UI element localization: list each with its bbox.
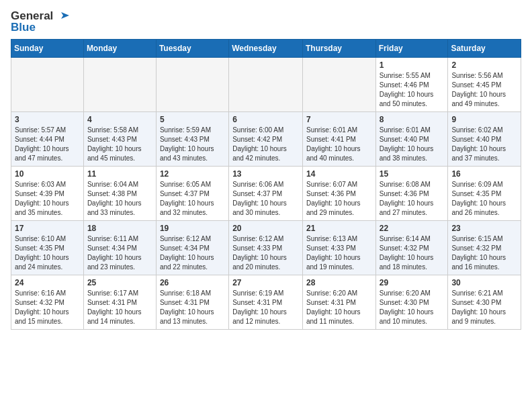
day-cell: 11Sunrise: 6:04 AM Sunset: 4:38 PM Dayli…: [83, 166, 156, 220]
day-info: Sunrise: 6:21 AM Sunset: 4:30 PM Dayligh…: [451, 289, 517, 326]
day-info: Sunrise: 6:02 AM Sunset: 4:40 PM Dayligh…: [451, 126, 517, 163]
day-info: Sunrise: 6:12 AM Sunset: 4:34 PM Dayligh…: [160, 234, 225, 272]
day-number: 10: [15, 169, 80, 179]
day-info: Sunrise: 6:20 AM Sunset: 4:31 PM Dayligh…: [306, 289, 372, 326]
day-number: 9: [451, 115, 517, 124]
calendar-body: 1Sunrise: 5:55 AM Sunset: 4:46 PM Daylig…: [11, 57, 521, 329]
day-cell: 3Sunrise: 5:57 AM Sunset: 4:44 PM Daylig…: [11, 111, 84, 166]
svg-marker-0: [61, 12, 69, 19]
day-info: Sunrise: 6:10 AM Sunset: 4:35 PM Dayligh…: [15, 234, 80, 272]
day-cell: 18Sunrise: 6:11 AM Sunset: 4:34 PM Dayli…: [83, 220, 156, 275]
day-cell: 26Sunrise: 6:18 AM Sunset: 4:31 PM Dayli…: [156, 275, 228, 329]
day-info: Sunrise: 6:07 AM Sunset: 4:36 PM Dayligh…: [306, 180, 372, 218]
weekday-header-saturday: Saturday: [448, 39, 521, 57]
weekday-header-tuesday: Tuesday: [156, 39, 228, 57]
day-info: Sunrise: 5:58 AM Sunset: 4:43 PM Dayligh…: [87, 126, 152, 163]
day-number: 22: [380, 224, 445, 233]
day-cell: 13Sunrise: 6:06 AM Sunset: 4:37 PM Dayli…: [229, 166, 303, 220]
weekday-header-row: SundayMondayTuesdayWednesdayThursdayFrid…: [11, 39, 521, 57]
day-number: 21: [306, 224, 372, 233]
day-number: 29: [380, 278, 445, 287]
day-info: Sunrise: 6:01 AM Sunset: 4:41 PM Dayligh…: [306, 126, 372, 163]
day-cell: 21Sunrise: 6:13 AM Sunset: 4:33 PM Dayli…: [302, 220, 375, 275]
week-row-5: 24Sunrise: 6:16 AM Sunset: 4:32 PM Dayli…: [11, 275, 521, 329]
day-cell: 17Sunrise: 6:10 AM Sunset: 4:35 PM Dayli…: [11, 220, 84, 275]
day-info: Sunrise: 6:16 AM Sunset: 4:32 PM Dayligh…: [15, 289, 80, 326]
day-cell: 29Sunrise: 6:20 AM Sunset: 4:30 PM Dayli…: [375, 275, 448, 329]
day-cell: [83, 57, 156, 111]
day-cell: 28Sunrise: 6:20 AM Sunset: 4:31 PM Dayli…: [302, 275, 375, 329]
day-cell: 9Sunrise: 6:02 AM Sunset: 4:40 PM Daylig…: [448, 111, 521, 166]
day-info: Sunrise: 5:57 AM Sunset: 4:44 PM Dayligh…: [15, 126, 80, 163]
day-cell: 10Sunrise: 6:03 AM Sunset: 4:39 PM Dayli…: [11, 166, 84, 220]
day-number: 23: [451, 224, 517, 233]
day-cell: 2Sunrise: 5:56 AM Sunset: 4:45 PM Daylig…: [448, 57, 521, 111]
day-info: Sunrise: 6:08 AM Sunset: 4:36 PM Dayligh…: [380, 180, 445, 218]
weekday-header-monday: Monday: [83, 39, 156, 57]
day-number: 4: [87, 115, 152, 124]
day-info: Sunrise: 5:59 AM Sunset: 4:43 PM Dayligh…: [160, 126, 225, 163]
day-cell: [11, 57, 84, 111]
day-info: Sunrise: 6:12 AM Sunset: 4:33 PM Dayligh…: [232, 234, 299, 272]
day-info: Sunrise: 6:04 AM Sunset: 4:38 PM Dayligh…: [87, 180, 152, 218]
day-number: 16: [451, 169, 517, 179]
day-info: Sunrise: 6:00 AM Sunset: 4:42 PM Dayligh…: [232, 126, 299, 163]
day-number: 28: [306, 278, 372, 287]
week-row-3: 10Sunrise: 6:03 AM Sunset: 4:39 PM Dayli…: [11, 166, 521, 220]
day-number: 18: [87, 224, 152, 233]
week-row-2: 3Sunrise: 5:57 AM Sunset: 4:44 PM Daylig…: [11, 111, 521, 166]
day-number: 12: [160, 169, 225, 179]
day-cell: 16Sunrise: 6:09 AM Sunset: 4:35 PM Dayli…: [448, 166, 521, 220]
day-number: 15: [380, 169, 445, 179]
day-cell: 24Sunrise: 6:16 AM Sunset: 4:32 PM Dayli…: [11, 275, 84, 329]
day-number: 11: [87, 169, 152, 179]
day-info: Sunrise: 5:56 AM Sunset: 4:45 PM Dayligh…: [451, 71, 517, 109]
day-number: 7: [306, 115, 372, 124]
logo: General Blue: [11, 9, 69, 35]
day-info: Sunrise: 6:01 AM Sunset: 4:40 PM Dayligh…: [380, 126, 445, 163]
day-cell: 4Sunrise: 5:58 AM Sunset: 4:43 PM Daylig…: [83, 111, 156, 166]
day-cell: [302, 57, 375, 111]
day-number: 3: [15, 115, 80, 124]
logo-bird-icon: [54, 8, 69, 23]
week-row-1: 1Sunrise: 5:55 AM Sunset: 4:46 PM Daylig…: [11, 57, 521, 111]
day-info: Sunrise: 6:14 AM Sunset: 4:32 PM Dayligh…: [380, 234, 445, 272]
day-info: Sunrise: 6:19 AM Sunset: 4:31 PM Dayligh…: [232, 289, 299, 326]
day-cell: 22Sunrise: 6:14 AM Sunset: 4:32 PM Dayli…: [375, 220, 448, 275]
day-number: 24: [15, 278, 80, 287]
day-number: 2: [451, 60, 517, 70]
calendar-page: General Blue SundayMondayTuesdayWednesda…: [0, 0, 532, 411]
day-info: Sunrise: 6:18 AM Sunset: 4:31 PM Dayligh…: [160, 289, 225, 326]
day-cell: 1Sunrise: 5:55 AM Sunset: 4:46 PM Daylig…: [375, 57, 448, 111]
day-number: 30: [451, 278, 517, 287]
week-row-4: 17Sunrise: 6:10 AM Sunset: 4:35 PM Dayli…: [11, 220, 521, 275]
day-number: 26: [160, 278, 225, 287]
day-number: 1: [380, 60, 445, 70]
weekday-header-wednesday: Wednesday: [229, 39, 303, 57]
day-cell: 6Sunrise: 6:00 AM Sunset: 4:42 PM Daylig…: [229, 111, 303, 166]
day-info: Sunrise: 6:05 AM Sunset: 4:37 PM Dayligh…: [160, 180, 225, 218]
day-number: 17: [15, 224, 80, 233]
day-number: 19: [160, 224, 225, 233]
day-cell: 20Sunrise: 6:12 AM Sunset: 4:33 PM Dayli…: [229, 220, 303, 275]
weekday-header-thursday: Thursday: [302, 39, 375, 57]
day-info: Sunrise: 6:15 AM Sunset: 4:32 PM Dayligh…: [451, 234, 517, 272]
calendar-table: SundayMondayTuesdayWednesdayThursdayFrid…: [11, 39, 521, 330]
logo-container: General Blue: [11, 9, 69, 35]
weekday-header-sunday: Sunday: [11, 39, 84, 57]
day-cell: 12Sunrise: 6:05 AM Sunset: 4:37 PM Dayli…: [156, 166, 228, 220]
day-info: Sunrise: 6:13 AM Sunset: 4:33 PM Dayligh…: [306, 234, 372, 272]
day-number: 20: [232, 224, 299, 233]
day-info: Sunrise: 6:20 AM Sunset: 4:30 PM Dayligh…: [380, 289, 445, 326]
day-cell: 14Sunrise: 6:07 AM Sunset: 4:36 PM Dayli…: [302, 166, 375, 220]
day-info: Sunrise: 6:09 AM Sunset: 4:35 PM Dayligh…: [451, 180, 517, 218]
day-cell: 23Sunrise: 6:15 AM Sunset: 4:32 PM Dayli…: [448, 220, 521, 275]
day-cell: 7Sunrise: 6:01 AM Sunset: 4:41 PM Daylig…: [302, 111, 375, 166]
day-number: 5: [160, 115, 225, 124]
day-info: Sunrise: 6:11 AM Sunset: 4:34 PM Dayligh…: [87, 234, 152, 272]
day-number: 25: [87, 278, 152, 287]
day-cell: 30Sunrise: 6:21 AM Sunset: 4:30 PM Dayli…: [448, 275, 521, 329]
day-info: Sunrise: 6:06 AM Sunset: 4:37 PM Dayligh…: [232, 180, 299, 218]
header: General Blue: [11, 7, 521, 35]
day-number: 13: [232, 169, 299, 179]
